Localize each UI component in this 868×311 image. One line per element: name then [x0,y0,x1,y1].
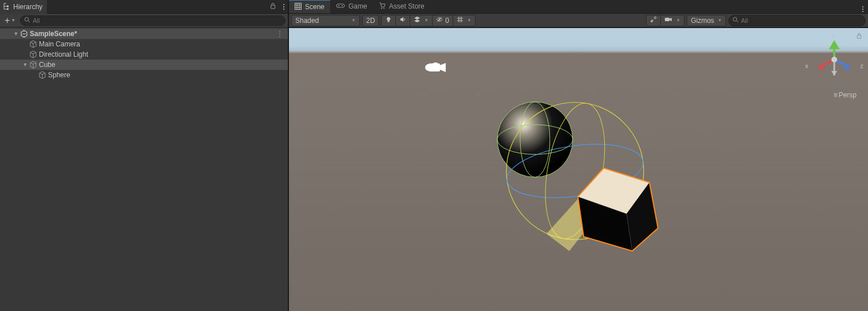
tab-label: Asset Store [389,2,425,10]
svg-rect-0 [7,5,9,7]
tab-label: Scene [305,3,324,11]
hierarchy-panel: Hierarchy + ▼ ▼SampleScene*⋮Main CameraD… [0,0,289,311]
mode-2d-toggle[interactable]: 2D [362,15,379,26]
shading-label: Shaded [295,17,319,25]
svg-marker-54 [845,63,850,71]
unity-icon [19,29,29,38]
hierarchy-item[interactable]: ▼Cube [0,60,288,70]
audio-icon [399,16,406,25]
chevron-down-icon: ▼ [424,18,429,23]
svg-point-12 [342,5,343,6]
search-icon [732,17,739,25]
svg-rect-16 [388,21,390,22]
chevron-down-icon: ▼ [676,18,680,23]
projection-icon: ≡ [834,91,837,99]
hierarchy-item-label: Sphere [47,71,70,79]
axis-gizmo[interactable]: y x z [808,34,860,85]
svg-line-23 [289,53,578,311]
hierarchy-item-label: SampleScene* [29,30,77,38]
projection-label[interactable]: ≡Persp [834,91,857,99]
hierarchy-item-label: Directional Light [38,50,88,58]
hierarchy-search-input[interactable] [33,17,282,24]
tab-scene[interactable]: Scene [289,0,330,13]
hierarchy-search[interactable] [20,15,286,26]
scene-fx-dropdown[interactable]: ▼ [410,15,432,26]
chevron-down-icon: ▼ [718,18,722,23]
hierarchy-tree[interactable]: ▼SampleScene*⋮Main CameraDirectional Lig… [0,27,288,311]
svg-point-13 [381,7,382,9]
hierarchy-item[interactable]: Sphere [0,70,288,80]
sphere-object [497,102,573,178]
svg-line-22 [289,53,578,311]
gizmos-label: Gizmos [691,17,714,25]
camera-icon [664,16,672,25]
scene-grid-icon [295,3,302,11]
svg-line-4 [29,21,30,22]
hierarchy-tab-label: Hierarchy [13,3,42,11]
hidden-count: 0 [445,17,449,25]
floor-grid [289,28,868,311]
svg-rect-5 [295,3,302,9]
mode-2d-label: 2D [366,17,375,25]
hierarchy-lock-icon[interactable] [266,2,280,11]
hierarchy-toolbar: + ▼ [0,14,288,27]
chevron-down-icon: ▼ [11,18,15,23]
camera-gizmo-icon [425,62,446,72]
hierarchy-item[interactable]: Main Camera [0,39,288,49]
svg-rect-2 [271,5,275,9]
svg-line-24 [289,53,578,311]
svg-rect-19 [665,18,669,21]
svg-point-20 [733,17,736,21]
tab-asset-store[interactable]: Asset Store [373,0,430,13]
svg-point-42 [431,62,439,70]
tab-game[interactable]: Game [330,0,373,13]
hierarchy-item-label: Main Camera [38,40,80,48]
axis-x-label: x [805,62,808,69]
scene-viewport[interactable]: y x z ≡Persp [289,27,868,311]
cube-outline-icon [38,70,47,80]
cube-object [578,168,658,251]
scene-audio-toggle[interactable] [395,15,410,26]
cube-outline-icon [29,50,38,59]
scene-visibility-toggle[interactable]: 0 [432,15,453,26]
scene-light-toggle[interactable] [382,15,395,26]
scene-tools-button[interactable] [647,15,660,26]
svg-point-15 [387,17,390,21]
tools-icon [650,16,657,25]
scene-search[interactable] [728,15,866,26]
scene-search-input[interactable] [741,17,862,24]
scene-grid-dropdown[interactable]: ▼ [453,15,475,26]
scene-menu-icon[interactable] [858,5,868,13]
gizmos-dropdown[interactable]: Gizmos▼ [687,15,726,26]
lightbulb-icon [385,16,392,25]
svg-marker-53 [818,63,824,71]
hierarchy-tree-icon [3,3,10,11]
grid-snap-icon [457,16,463,25]
svg-rect-10 [336,4,344,7]
hierarchy-add-button[interactable]: + ▼ [2,16,18,25]
plus-icon: + [5,17,10,24]
cart-icon [379,2,386,11]
svg-rect-57 [857,36,861,39]
svg-point-43 [497,102,573,178]
svg-point-56 [831,57,837,62]
expand-toggle[interactable]: ▼ [13,31,19,37]
hierarchy-tab[interactable]: Hierarchy [0,0,47,14]
hierarchy-menu-icon[interactable] [280,3,288,11]
svg-rect-1 [7,8,9,10]
scene-root-row[interactable]: ▼SampleScene*⋮ [0,29,288,39]
expand-toggle[interactable]: ▼ [22,62,29,68]
shading-dropdown[interactable]: Shaded ▼ [291,15,360,26]
scene-panel: SceneGameAsset Store Shaded ▼ 2D ▼ 0 [289,0,868,311]
tab-label: Game [348,2,367,10]
axis-lock-icon[interactable] [856,33,862,41]
scene-tabstrip: SceneGameAsset Store [289,0,868,14]
cube-outline-icon [29,40,38,49]
svg-marker-55 [831,71,837,76]
scene-row-menu-icon[interactable]: ⋮ [276,30,283,38]
cube-outline-icon [29,60,38,69]
search-icon [24,17,30,25]
svg-point-3 [25,17,29,21]
hierarchy-item[interactable]: Directional Light [0,49,288,60]
scene-camera-dropdown[interactable]: ▼ [660,15,684,26]
